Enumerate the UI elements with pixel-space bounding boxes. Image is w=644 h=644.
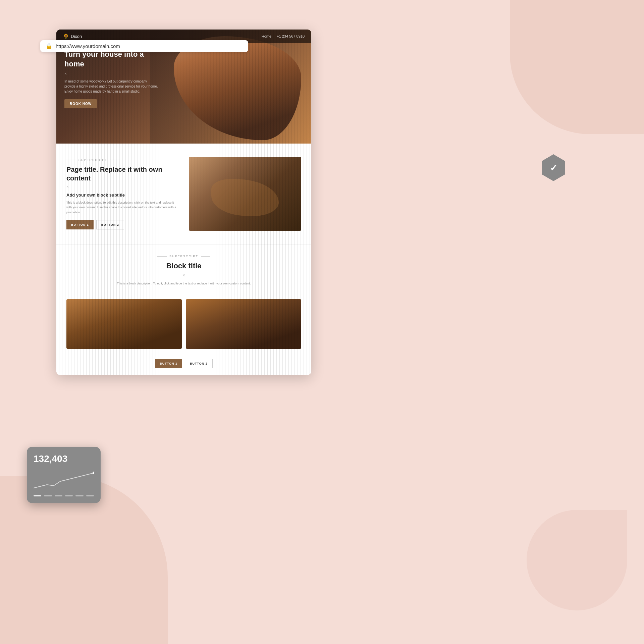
checkmark-icon: ✓ xyxy=(550,162,557,173)
image-grid xyxy=(56,299,311,356)
hero-description: In need of some woodwork? Let out carpen… xyxy=(64,79,158,94)
grid-image-2 xyxy=(186,299,301,349)
browser-chrome: 🔒 https://www.yourdomain.com xyxy=(40,40,248,52)
stats-dot-6 xyxy=(86,495,94,496)
book-now-button[interactable]: BOOK NOW xyxy=(64,99,97,108)
nav-link-phone[interactable]: +1 234 567 8910 xyxy=(277,34,305,38)
logo-text: Dixon xyxy=(71,34,82,39)
stats-dots xyxy=(34,495,94,496)
hero-x-mark: × xyxy=(64,71,158,76)
nav-link-home[interactable]: Home xyxy=(262,34,271,38)
logo-icon: 🌻 xyxy=(63,34,69,39)
nav-logo: 🌻 Dixon xyxy=(63,34,82,39)
bg-shape-bottom-right xyxy=(527,510,627,610)
stats-dot-1 xyxy=(34,495,41,496)
website-card: 🌻 Dixon Home +1 234 567 8910 Turn your h… xyxy=(56,30,311,375)
svg-point-0 xyxy=(93,472,94,474)
lock-icon: 🔒 xyxy=(46,43,52,49)
website-body: SUPERSCRIPT Page title. Replace it with … xyxy=(56,144,311,375)
hero-title: Turn your house into a home xyxy=(64,50,158,69)
stats-card: 132,403 xyxy=(27,447,101,503)
carpenter-image-4 xyxy=(186,299,301,349)
hero-content: Turn your house into a home × In need of… xyxy=(64,50,158,108)
stats-dot-3 xyxy=(55,495,62,496)
bg-shape-top-right xyxy=(510,0,644,134)
stats-number: 132,403 xyxy=(34,453,94,464)
browser-url: https://www.yourdomain.com xyxy=(56,43,243,49)
stats-dot-5 xyxy=(75,495,83,496)
stats-dot-4 xyxy=(65,495,73,496)
check-badge: ✓ xyxy=(540,154,567,181)
stats-chart xyxy=(34,470,94,490)
stats-dot-2 xyxy=(44,495,52,496)
wood-texture-4 xyxy=(186,299,301,349)
nav-links: Home +1 234 567 8910 xyxy=(262,34,305,38)
